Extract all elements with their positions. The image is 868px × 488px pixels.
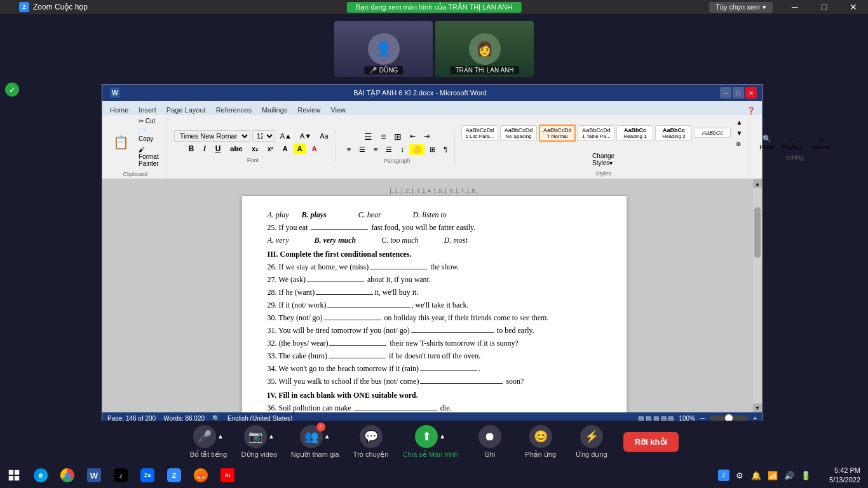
taskbar-adobe-icon[interactable]: Ai bbox=[216, 464, 239, 487]
cut-button[interactable]: ✂ Cut bbox=[135, 116, 162, 126]
scroll-down-button[interactable]: ▼ bbox=[753, 403, 762, 412]
show-marks-button[interactable]: ¶ bbox=[440, 144, 451, 154]
line-spacing-button[interactable]: ↕ bbox=[397, 144, 407, 154]
tab-references[interactable]: References bbox=[211, 105, 257, 115]
shading-button[interactable]: 🟡 bbox=[409, 144, 424, 155]
word-logo-icon: W bbox=[110, 88, 120, 98]
taskbar-tiktok-icon[interactable]: ♪ bbox=[109, 464, 132, 487]
paragraph-group: ☰ ≡ ⊞ ⇤ ⇥ ≡ ☰ ≡ ☰ ↕ 🟡 ⊞ ¶ Paragraph bbox=[340, 130, 455, 164]
font-shrink-button[interactable]: A▼ bbox=[297, 131, 315, 141]
align-left-button[interactable]: ≡ bbox=[344, 144, 354, 154]
format-painter-button[interactable]: 🖌 Format Painter bbox=[135, 145, 162, 168]
zoom-maximize-button[interactable]: □ bbox=[810, 0, 839, 14]
scroll-up-button[interactable]: ▲ bbox=[753, 179, 762, 188]
borders-button[interactable]: ⊞ bbox=[426, 144, 438, 155]
select-button[interactable]: ↘ Select▾ bbox=[808, 133, 834, 152]
bold-button[interactable]: B bbox=[185, 143, 198, 154]
highlight-button[interactable]: A bbox=[294, 144, 306, 154]
styles-scroll-up[interactable]: ▲ bbox=[733, 118, 745, 127]
word-minimize-button[interactable]: ─ bbox=[720, 87, 731, 98]
multilevel-list-button[interactable]: ⊞ bbox=[391, 130, 405, 143]
taskbar-edge-icon[interactable]: e bbox=[29, 464, 52, 487]
chat-button[interactable]: 💬 Trò chuyện bbox=[352, 425, 390, 459]
document-scroll-area[interactable]: |..1..|..2..|..3..|..4..|..5..|..6..|..7… bbox=[115, 179, 753, 412]
mute-button[interactable]: 🎤 ▲ Bổ tắt tiếng bbox=[189, 425, 227, 459]
change-styles-button[interactable]: ChangeStyles▾ bbox=[589, 151, 618, 168]
q28-line: 28. If he (want)it, we'll buy it. bbox=[268, 287, 601, 298]
text-effect-button[interactable]: A bbox=[279, 144, 292, 154]
share-screen-button[interactable]: ⬆ ▲ Chia sẻ Màn hình bbox=[403, 425, 458, 459]
video-button[interactable]: 📷 ▲ Dừng video bbox=[240, 425, 278, 459]
mic-muted-icon: 🎤 bbox=[369, 67, 377, 74]
style-heading1[interactable]: AaBbCcHeading 1 bbox=[616, 125, 653, 141]
system-clock[interactable]: 5:42 PM 5/13/2022 bbox=[824, 466, 865, 485]
style-list-para[interactable]: AaBbCcDd1 List Para... bbox=[461, 125, 498, 141]
styles-scroll-down[interactable]: ▼ bbox=[733, 128, 745, 138]
style-table-pa[interactable]: AaBbCcDd1 Table Pa... bbox=[578, 125, 614, 141]
taskbar-word-icon[interactable]: W bbox=[83, 464, 105, 487]
clear-format-button[interactable]: Aa bbox=[316, 131, 331, 141]
style-no-spacing[interactable]: AaBbCcDdNo Spacing bbox=[500, 125, 537, 141]
tab-page-layout[interactable]: Page Layout bbox=[161, 105, 211, 115]
styles-expand[interactable]: ⊕ bbox=[733, 139, 745, 149]
tab-mailings[interactable]: Mailings bbox=[257, 105, 292, 115]
align-right-button[interactable]: ≡ bbox=[370, 144, 381, 154]
paste-button[interactable]: 📋 bbox=[109, 133, 133, 152]
underline-button[interactable]: U bbox=[212, 143, 225, 154]
align-center-button[interactable]: ☰ bbox=[356, 144, 369, 155]
copy-button[interactable]: 📄 Copy bbox=[135, 127, 162, 144]
increase-indent-button[interactable]: ⇥ bbox=[421, 131, 433, 142]
zoom-slider[interactable] bbox=[710, 416, 748, 421]
numbering-button[interactable]: ≡ bbox=[377, 130, 389, 143]
taskbar-zalo-icon[interactable]: Za bbox=[136, 464, 159, 487]
share-expand-icon[interactable]: ▲ bbox=[439, 433, 445, 440]
style-heading2[interactable]: AaBbCcHeading 2 bbox=[655, 125, 692, 141]
style-aabbcc[interactable]: AaBbCc bbox=[694, 128, 731, 138]
start-button[interactable] bbox=[3, 464, 25, 487]
q27-line: 27. We (ask) about it, if you want. bbox=[268, 274, 601, 285]
apps-button[interactable]: ⚡ Ứng dụng bbox=[573, 425, 611, 459]
document-page[interactable]: A. play B. plays C. hear D. listen to 25… bbox=[242, 196, 627, 412]
word-close-button[interactable]: ✕ bbox=[745, 87, 757, 98]
decrease-indent-button[interactable]: ⇤ bbox=[407, 131, 419, 142]
record-icon: ⏺ bbox=[478, 425, 501, 448]
vertical-scrollbar[interactable]: ▲ ▼ bbox=[753, 179, 762, 412]
paragraph-group-label: Paragraph bbox=[384, 158, 410, 164]
bullets-button[interactable]: ☰ bbox=[361, 130, 376, 143]
font-size-select[interactable]: 12 bbox=[252, 130, 275, 142]
justify-button[interactable]: ☰ bbox=[383, 144, 395, 155]
tab-home[interactable]: Home bbox=[105, 105, 133, 115]
reaction-label: Phản ứng bbox=[525, 451, 556, 459]
scrollbar-thumb[interactable] bbox=[754, 207, 761, 258]
tab-review[interactable]: Review bbox=[292, 105, 325, 115]
video-expand-icon[interactable]: ▲ bbox=[268, 433, 275, 440]
mute-expand-icon[interactable]: ▲ bbox=[217, 433, 224, 440]
style-normal[interactable]: AaBbCcDdT Normal bbox=[539, 125, 576, 142]
taskbar-firefox-icon[interactable]: 🦊 bbox=[189, 464, 212, 487]
participants-expand-icon[interactable]: ▲ bbox=[324, 433, 330, 440]
taskbar-zoom-icon[interactable]: Z bbox=[163, 464, 186, 487]
font-color-button[interactable]: A bbox=[308, 144, 321, 154]
zoom-minimize-button[interactable]: ─ bbox=[780, 0, 810, 14]
zoom-close-button[interactable]: ✕ bbox=[839, 0, 868, 14]
video-icon: 📷 bbox=[244, 425, 267, 448]
italic-button[interactable]: I bbox=[200, 143, 209, 154]
record-button[interactable]: ⏺ Ghi bbox=[471, 425, 509, 458]
font-grow-button[interactable]: A▲ bbox=[277, 131, 295, 141]
leave-meeting-button[interactable]: Rời khỏi bbox=[623, 432, 679, 452]
participants-button[interactable]: 👥2 ▲ Người tham gia bbox=[291, 425, 339, 459]
tab-insert[interactable]: Insert bbox=[133, 105, 161, 115]
taskbar-chrome-icon[interactable] bbox=[56, 464, 79, 487]
word-restore-button[interactable]: □ bbox=[733, 87, 744, 98]
styles-group-label: Styles bbox=[595, 170, 611, 177]
q25-opt-a: A. very bbox=[268, 234, 289, 246]
replace-button[interactable]: ↔ Replace bbox=[779, 133, 806, 151]
reaction-button[interactable]: 😊 Phản ứng bbox=[522, 425, 560, 459]
superscript-button[interactable]: x² bbox=[264, 144, 277, 154]
zoom-options-button[interactable]: Tùy chọn xem ▾ bbox=[709, 2, 773, 13]
strikethrough-button[interactable]: abc bbox=[226, 144, 246, 154]
tab-view[interactable]: View bbox=[325, 105, 351, 115]
subscript-button[interactable]: x₂ bbox=[248, 144, 262, 154]
font-family-select[interactable]: Times New Roman bbox=[174, 130, 250, 142]
find-button[interactable]: 🔍 Find▾ bbox=[756, 133, 777, 152]
